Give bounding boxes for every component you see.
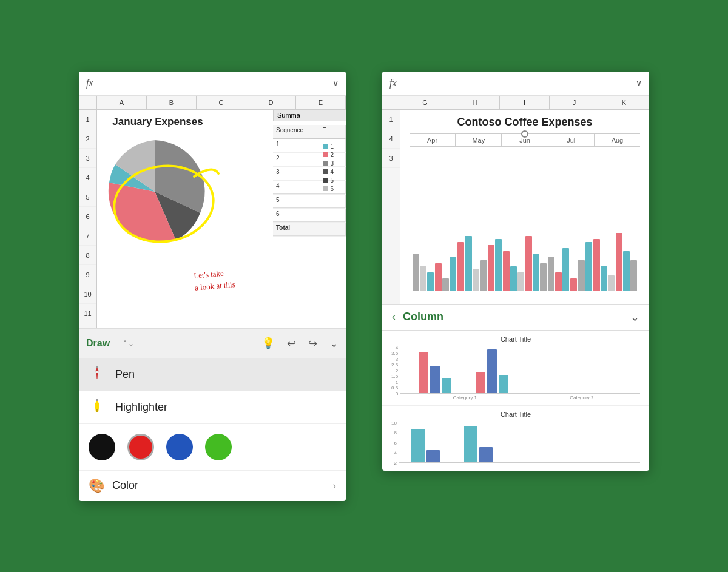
right-spreadsheet-content: 1 4 3 Contoso Coffee Expenses Apr May Ju… bbox=[382, 110, 649, 304]
svg-rect-3 bbox=[96, 366, 98, 368]
formula-chevron-right[interactable]: ∨ bbox=[636, 78, 642, 88]
column-label: Column bbox=[403, 311, 443, 323]
bar-9-1 bbox=[623, 251, 630, 291]
formula-bar-right: fx ∨ bbox=[382, 72, 649, 96]
bar-2-2 bbox=[473, 269, 479, 291]
bar-4-0 bbox=[503, 251, 510, 291]
bar-8-1 bbox=[601, 266, 607, 291]
bar-1-0 bbox=[435, 263, 442, 291]
rrow-4: 4 bbox=[382, 129, 400, 149]
grid-corner-right bbox=[382, 96, 400, 109]
col-i[interactable]: I bbox=[500, 96, 550, 109]
pie-chart bbox=[97, 134, 218, 255]
bar-2-1 bbox=[465, 236, 471, 291]
column-chevron[interactable]: ⌄ bbox=[630, 311, 639, 324]
highlighter-tool-item[interactable]: Highlighter bbox=[79, 391, 346, 424]
month-jul: Jul bbox=[548, 134, 595, 146]
cells-area-left: Summa Sequence F 1 2 3 4 5 6 Total bbox=[97, 110, 346, 328]
small-chart-1-title: Chart Title bbox=[391, 335, 640, 343]
bar-7-0 bbox=[570, 278, 577, 291]
small-bar-1-2 bbox=[430, 366, 440, 393]
bar-group-2 bbox=[457, 236, 479, 291]
rrow-1: 1 bbox=[382, 110, 400, 129]
small-bar-4-1 bbox=[464, 426, 477, 462]
bar-6-2 bbox=[562, 248, 569, 291]
small-chart-2-canvas bbox=[399, 420, 640, 466]
pen-icon bbox=[89, 366, 106, 383]
col-b[interactable]: B bbox=[147, 96, 197, 109]
back-chevron[interactable]: ‹ bbox=[392, 311, 396, 323]
summary-label: Summa bbox=[273, 110, 346, 121]
pen-label: Pen bbox=[115, 368, 135, 381]
bar-6-0 bbox=[548, 257, 554, 291]
swatch-black[interactable] bbox=[89, 434, 115, 460]
undo-icon[interactable]: ↩ bbox=[287, 337, 296, 350]
col-a[interactable]: A bbox=[97, 96, 147, 109]
small-chart-1-area: Chart Title 43.532.521.510.50 bbox=[382, 331, 649, 406]
bar-0-2 bbox=[427, 272, 434, 291]
month-apr: Apr bbox=[410, 134, 456, 146]
small-bar-2-2 bbox=[487, 349, 497, 393]
col-d[interactable]: D bbox=[246, 96, 296, 109]
formula-chevron-left[interactable]: ∨ bbox=[332, 78, 339, 88]
column-toolbar: ‹ Column ⌄ bbox=[382, 304, 649, 331]
small-bar-group-2 bbox=[476, 349, 508, 393]
col-k[interactable]: K bbox=[599, 96, 649, 109]
small-bar-1-1 bbox=[419, 352, 428, 393]
col-e[interactable]: E bbox=[296, 96, 346, 109]
rrow-3: 3 bbox=[382, 149, 400, 168]
redo-icon[interactable]: ↪ bbox=[308, 337, 317, 350]
table-header-f: F bbox=[319, 125, 346, 138]
draw-label: Draw bbox=[86, 338, 110, 349]
handwritten-annotation: Let's take a look at this bbox=[193, 266, 235, 294]
color-swatches bbox=[79, 424, 346, 471]
grid-header-left: A B C D E bbox=[79, 96, 346, 110]
bar-1-2 bbox=[450, 257, 456, 291]
chart-title-left: January Expenses bbox=[97, 116, 218, 128]
right-chart-container: Contoso Coffee Expenses Apr May Jun Jul … bbox=[400, 110, 649, 304]
row-2: 2 bbox=[79, 129, 96, 149]
row-4: 4 bbox=[79, 168, 96, 187]
bar-3-1 bbox=[488, 245, 494, 291]
swatch-blue[interactable] bbox=[166, 434, 193, 460]
draw-toolbar: Draw ⌃⌄ 💡 ↩ ↪ ⌄ bbox=[79, 328, 346, 358]
grid-corner-left bbox=[79, 96, 97, 109]
bar-group-3 bbox=[480, 239, 502, 291]
right-panel: fx ∨ G H I J K 1 4 3 Contoso Coffee Expe… bbox=[382, 72, 649, 471]
bar-3-0 bbox=[480, 260, 487, 291]
table-header-seq: Sequence bbox=[273, 125, 319, 138]
col-h[interactable]: H bbox=[450, 96, 500, 109]
month-jun: Jun bbox=[502, 134, 548, 146]
small-bar-3-1 bbox=[411, 429, 425, 462]
swatch-red[interactable] bbox=[127, 434, 154, 460]
bar-group-8 bbox=[593, 239, 615, 291]
bar-5-1 bbox=[533, 254, 539, 291]
bar-3-2 bbox=[495, 239, 502, 291]
small-chart-1-x2: Category 2 bbox=[536, 395, 628, 400]
small-chart-1-canvas: Category 1 Category 2 bbox=[400, 345, 640, 400]
bar-5-0 bbox=[525, 236, 532, 291]
bar-4-1 bbox=[510, 266, 517, 291]
small-bar-group-4 bbox=[464, 426, 493, 462]
slider-dot[interactable] bbox=[521, 130, 528, 138]
bar-group-7 bbox=[570, 242, 592, 291]
bar-group-9 bbox=[616, 233, 637, 291]
small-bar-group-1 bbox=[419, 352, 451, 393]
bar-0-0 bbox=[413, 254, 419, 291]
main-container: fx ∨ A B C D E 1 2 3 4 5 6 7 8 9 10 bbox=[55, 47, 673, 525]
col-g[interactable]: G bbox=[400, 96, 450, 109]
swatch-green[interactable] bbox=[205, 434, 232, 460]
pen-tool-item[interactable]: Pen bbox=[79, 358, 346, 391]
small-chart-1-x1: Category 1 bbox=[419, 395, 511, 400]
color-row[interactable]: 🎨 Color › bbox=[79, 471, 346, 501]
more-icon[interactable]: ⌄ bbox=[329, 337, 339, 350]
bar-5-2 bbox=[540, 263, 547, 291]
col-j[interactable]: J bbox=[550, 96, 599, 109]
month-axis: Apr May Jun Jul Aug bbox=[410, 133, 640, 147]
row-3: 3 bbox=[79, 149, 96, 168]
draw-chevron[interactable]: ⌃⌄ bbox=[122, 339, 134, 348]
lightbulb-icon[interactable]: 💡 bbox=[261, 337, 275, 350]
small-bar-3-2 bbox=[426, 450, 440, 462]
col-c[interactable]: C bbox=[197, 96, 246, 109]
bar-group-5 bbox=[525, 236, 547, 291]
